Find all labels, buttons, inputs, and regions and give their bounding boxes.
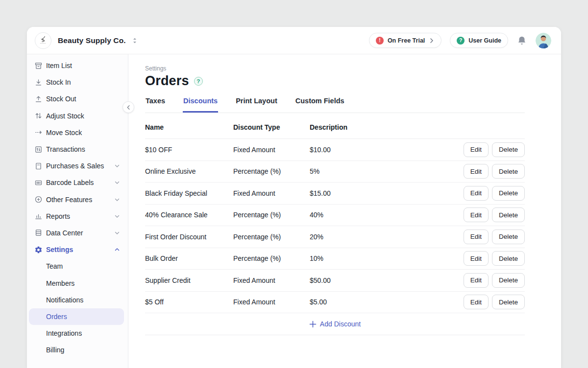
delete-button[interactable]: Delete <box>492 230 525 244</box>
discount-name: First Order Discount <box>145 233 233 241</box>
sidebar-item-label: Settings <box>46 246 73 253</box>
discount-description: $10.00 <box>310 146 464 154</box>
free-trial-pill[interactable]: ! On Free Trial <box>369 33 441 48</box>
discount-description: $50.00 <box>310 276 464 284</box>
sidebar-subitem-integrations[interactable]: Integrations <box>27 325 128 342</box>
barcode-icon <box>34 179 43 187</box>
sidebar-subitem-notifications[interactable]: Notifications <box>27 292 128 308</box>
download-arrow-icon <box>34 78 43 87</box>
discount-description: 10% <box>310 254 464 262</box>
sidebar-item-reports[interactable]: Reports <box>27 208 128 225</box>
edit-button[interactable]: Edit <box>464 251 489 266</box>
add-discount-label: Add Discount <box>320 320 361 328</box>
sidebar-item-label: Data Center <box>46 229 83 237</box>
chevron-right-icon <box>429 38 435 44</box>
sidebar-item-label: Adjust Stock <box>46 112 84 120</box>
chevron-down-icon <box>114 180 120 185</box>
discount-type: Percentage (%) <box>233 211 310 219</box>
discount-name: Supplier Credit <box>145 276 233 284</box>
table-row: Black Friday Special Fixed Amount $15.00… <box>145 183 525 205</box>
edit-button[interactable]: Edit <box>464 164 489 179</box>
discount-type: Percentage (%) <box>233 233 310 241</box>
sidebar-item-label: Move Stock <box>46 129 82 137</box>
logo-sketch-icon <box>37 34 49 47</box>
sidebar-subitem-billing[interactable]: Billing <box>27 342 128 358</box>
delete-button[interactable]: Delete <box>492 186 525 201</box>
edit-button[interactable]: Edit <box>464 207 489 222</box>
sidebar-item-item-list[interactable]: Item List <box>27 57 128 74</box>
sidebar-item-transactions[interactable]: Transactions <box>27 141 128 158</box>
document-icon <box>34 162 43 170</box>
table-row: First Order Discount Percentage (%) 20% … <box>145 226 525 248</box>
tab-custom-fields[interactable]: Custom Fields <box>295 96 345 113</box>
tab-discounts[interactable]: Discounts <box>183 96 218 113</box>
sidebar-item-label: Other Features <box>46 196 92 204</box>
column-header-description: Description <box>310 123 525 131</box>
sidebar-item-label: Stock Out <box>46 95 76 103</box>
sidebar-item-stock-out[interactable]: Stock Out <box>27 91 128 107</box>
sidebar-subitem-members[interactable]: Members <box>27 275 128 291</box>
top-bar: Beauty Supply Co. ! On Free Trial ? User… <box>27 27 561 54</box>
archive-box-icon <box>34 62 43 70</box>
breadcrumb: Settings <box>145 65 525 72</box>
table-row: $5 Off Fixed Amount $5.00 Edit Delete <box>145 292 525 314</box>
sidebar-item-purchases-sales[interactable]: Purchases & Sales <box>27 158 128 174</box>
edit-button[interactable]: Edit <box>464 230 489 244</box>
edit-button[interactable]: Edit <box>464 273 489 288</box>
delete-button[interactable]: Delete <box>492 164 525 179</box>
table-row: Bulk Order Percentage (%) 10% Edit Delet… <box>145 248 525 270</box>
sidebar-subitem-team[interactable]: Team <box>27 258 128 275</box>
sidebar-item-other-features[interactable]: Other Features <box>27 191 128 208</box>
discount-type: Fixed Amount <box>233 146 310 154</box>
arrows-up-down-icon <box>34 112 43 120</box>
data-rows-icon <box>34 229 43 237</box>
app-window: Beauty Supply Co. ! On Free Trial ? User… <box>27 27 561 368</box>
sidebar-item-label: Stock In <box>46 78 71 86</box>
delete-button[interactable]: Delete <box>492 251 525 266</box>
discount-name: 40% Clearance Sale <box>145 211 233 219</box>
company-logo[interactable] <box>35 32 51 49</box>
delete-button[interactable]: Delete <box>492 142 525 157</box>
discount-description: 5% <box>310 167 464 175</box>
discount-type: Fixed Amount <box>233 298 310 306</box>
sidebar-item-adjust-stock[interactable]: Adjust Stock <box>27 108 128 124</box>
sidebar-subitem-orders[interactable]: Orders <box>29 308 124 325</box>
sidebar-collapse-button[interactable] <box>122 101 134 113</box>
add-discount-button[interactable]: Add Discount <box>145 313 525 335</box>
sidebar-item-settings[interactable]: Settings <box>27 241 128 258</box>
edit-button[interactable]: Edit <box>464 295 489 309</box>
sidebar-item-data-center[interactable]: Data Center <box>27 225 128 241</box>
help-icon[interactable]: ? <box>194 77 203 86</box>
bell-icon[interactable] <box>516 35 527 46</box>
sidebar-item-stock-in[interactable]: Stock In <box>27 74 128 91</box>
table-header: Name Discount Type Description <box>145 113 525 139</box>
delete-button[interactable]: Delete <box>492 207 525 222</box>
edit-button[interactable]: Edit <box>464 142 489 157</box>
sidebar-item-move-stock[interactable]: Move Stock <box>27 124 128 141</box>
tab-taxes[interactable]: Taxes <box>145 96 166 113</box>
sidebar-item-label: Reports <box>46 212 70 220</box>
discount-description: 20% <box>310 233 464 241</box>
company-switcher[interactable] <box>132 37 138 45</box>
tab-print-layout[interactable]: Print Layout <box>235 96 278 113</box>
user-guide-label: User Guide <box>468 37 501 44</box>
edit-button[interactable]: Edit <box>464 186 489 201</box>
alert-icon: ! <box>376 37 384 45</box>
delete-button[interactable]: Delete <box>492 295 525 309</box>
user-avatar[interactable] <box>536 33 551 48</box>
chevron-down-icon <box>114 163 120 169</box>
top-bar-right: ! On Free Trial ? User Guide <box>369 33 551 48</box>
gear-icon <box>34 246 43 254</box>
table-row: $10 OFF Fixed Amount $10.00 Edit Delete <box>145 139 525 161</box>
sidebar-subitem-label: Orders <box>46 313 67 321</box>
tab-bar: Taxes Discounts Print Layout Custom Fiel… <box>145 96 525 113</box>
user-guide-pill[interactable]: ? User Guide <box>450 33 508 48</box>
chevron-down-icon <box>114 213 120 219</box>
discount-name: Black Friday Special <box>145 189 233 197</box>
free-trial-label: On Free Trial <box>388 37 425 44</box>
delete-button[interactable]: Delete <box>492 273 525 288</box>
plus-icon <box>309 321 317 328</box>
sidebar-item-barcode-labels[interactable]: Barcode Labels <box>27 174 128 191</box>
discount-name: Bulk Order <box>145 254 233 262</box>
discount-type: Fixed Amount <box>233 189 310 197</box>
